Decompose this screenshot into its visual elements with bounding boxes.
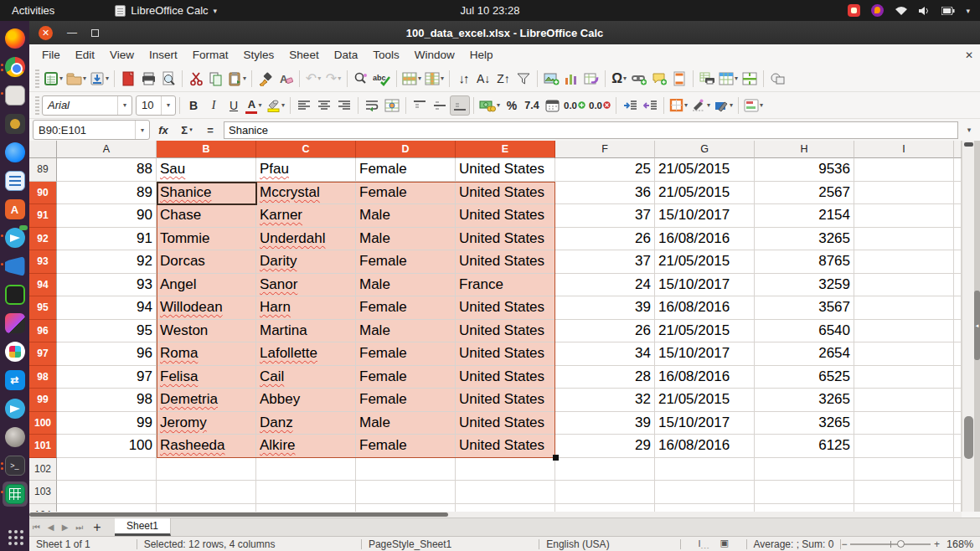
select-all-corner[interactable] [29, 141, 57, 158]
cell[interactable]: 3567 [755, 296, 854, 320]
column-header-i[interactable]: I [854, 141, 954, 158]
cell[interactable]: Female [356, 342, 456, 366]
clone-formatting-button[interactable] [255, 69, 276, 89]
insert-image-button[interactable] [541, 69, 561, 89]
column-header-g[interactable]: G [655, 141, 755, 158]
cell[interactable] [555, 481, 655, 504]
cell[interactable]: 24 [555, 274, 655, 297]
dock-software-store-icon[interactable]: A [0, 195, 29, 224]
cell[interactable] [954, 228, 962, 251]
dock-app-grid-icon[interactable] [0, 523, 29, 551]
column-header-h[interactable]: H [755, 141, 854, 158]
align-right-button[interactable] [334, 95, 354, 116]
spreadsheet-grid[interactable]: ABCDEFGHI 8988SauPfauFemaleUnited States… [29, 141, 962, 512]
page-style-status[interactable]: PageStyle_Sheet1 [362, 538, 539, 550]
cell[interactable]: Male [356, 274, 456, 297]
cell[interactable] [954, 435, 962, 458]
date-format-button[interactable] [542, 95, 562, 116]
cell[interactable]: Female [356, 158, 456, 182]
cell[interactable] [954, 296, 962, 320]
cell[interactable]: 96 [57, 342, 157, 366]
insert-mode-icon[interactable]: I﹍ [698, 538, 709, 550]
align-top-button[interactable] [410, 95, 430, 116]
previous-sheet-button[interactable]: ◀ [44, 523, 58, 532]
cell[interactable]: Female [356, 366, 456, 389]
cell[interactable] [954, 458, 962, 481]
dock-slack-icon[interactable] [0, 337, 29, 366]
row-header-94[interactable]: 94 [29, 274, 57, 297]
tray-chevron-icon[interactable]: ▾ [966, 7, 970, 15]
row-header-91[interactable]: 91 [29, 204, 57, 228]
cell[interactable] [57, 504, 157, 512]
menu-format[interactable]: Format [185, 46, 236, 64]
sidebar-show-button[interactable]: ◂ [974, 291, 980, 360]
column-header-a[interactable]: A [57, 141, 157, 158]
row-header-96[interactable]: 96 [29, 320, 57, 343]
cell[interactable]: 16/08/2016 [655, 228, 755, 251]
cell[interactable] [854, 228, 954, 251]
cell[interactable] [954, 158, 962, 182]
cell[interactable]: 29 [555, 435, 655, 458]
open-file-button[interactable]: ▾ [64, 69, 88, 89]
dock-jetbrains-ide-icon[interactable] [0, 309, 29, 337]
align-left-button[interactable] [294, 95, 314, 116]
menu-edit[interactable]: Edit [68, 46, 102, 64]
window-minimize-button[interactable]: — [66, 27, 78, 39]
cell[interactable]: 26 [555, 320, 655, 343]
cell[interactable]: 6540 [755, 320, 854, 343]
app-menu[interactable]: LibreOffice Calc ▾ [115, 4, 217, 17]
cell[interactable]: Danz [256, 412, 356, 435]
cell[interactable]: United States [456, 296, 555, 320]
cell[interactable] [854, 296, 954, 320]
clear-formatting-button[interactable]: A [276, 69, 296, 89]
cell[interactable] [356, 458, 456, 481]
cell[interactable]: United States [456, 228, 555, 251]
save-state-icon[interactable]: ▣ [720, 538, 729, 550]
cell[interactable]: 16/08/2016 [655, 296, 755, 320]
cell[interactable]: 98 [57, 389, 157, 412]
font-name-combo[interactable]: Arial▾ [42, 95, 132, 116]
cell[interactable] [57, 481, 157, 504]
function-wizard-button[interactable]: fx [153, 121, 173, 139]
cell[interactable]: Felisa [157, 366, 256, 389]
cell[interactable] [854, 481, 954, 504]
column-header-f[interactable]: F [555, 141, 655, 158]
number-format-button[interactable]: 7.4 [522, 95, 542, 116]
clock[interactable]: Jul 10 23:28 [461, 4, 520, 17]
cell[interactable]: Jeromy [157, 412, 256, 435]
cell[interactable]: 97 [57, 366, 157, 389]
dock-gimp-icon[interactable] [0, 423, 29, 451]
menu-styles[interactable]: Styles [236, 46, 282, 64]
dock-telegram-alt-icon[interactable] [0, 394, 29, 423]
cell[interactable] [854, 250, 954, 274]
expand-formula-bar-button[interactable]: ▾ [962, 126, 977, 134]
vertical-scrollbar-thumb[interactable] [964, 416, 973, 459]
row-header-102[interactable]: 102 [29, 458, 57, 481]
cell[interactable]: Female [356, 389, 456, 412]
next-sheet-button[interactable]: ▶ [58, 523, 72, 532]
row-header-101[interactable]: 101 [29, 435, 57, 458]
cell[interactable]: Karner [256, 204, 356, 228]
cell[interactable] [854, 342, 954, 366]
delete-decimal-button[interactable]: 0.0 [587, 95, 612, 116]
cell[interactable]: France [456, 274, 555, 297]
cell[interactable]: Chase [157, 204, 256, 228]
cell[interactable]: Weston [157, 320, 256, 343]
cell[interactable]: Martina [256, 320, 356, 343]
cell[interactable] [854, 458, 954, 481]
dock-teamviewer-icon[interactable]: ⇄ [0, 366, 29, 394]
cell[interactable] [655, 481, 755, 504]
undo-button[interactable]: ↶▾ [303, 69, 323, 89]
column-header-c[interactable]: C [256, 141, 356, 158]
cell[interactable]: 3265 [755, 412, 854, 435]
cell[interactable]: 8765 [755, 250, 854, 274]
center-vertically-button[interactable] [430, 95, 450, 116]
headers-footers-button[interactable] [669, 69, 689, 89]
sort-descending-button[interactable]: Z↑ [493, 69, 513, 89]
cell[interactable] [256, 458, 356, 481]
menu-data[interactable]: Data [327, 46, 366, 64]
cell[interactable] [854, 389, 954, 412]
window-close-button[interactable]: ✕ [39, 26, 53, 40]
cell[interactable] [57, 458, 157, 481]
row-header-95[interactable]: 95 [29, 296, 57, 320]
